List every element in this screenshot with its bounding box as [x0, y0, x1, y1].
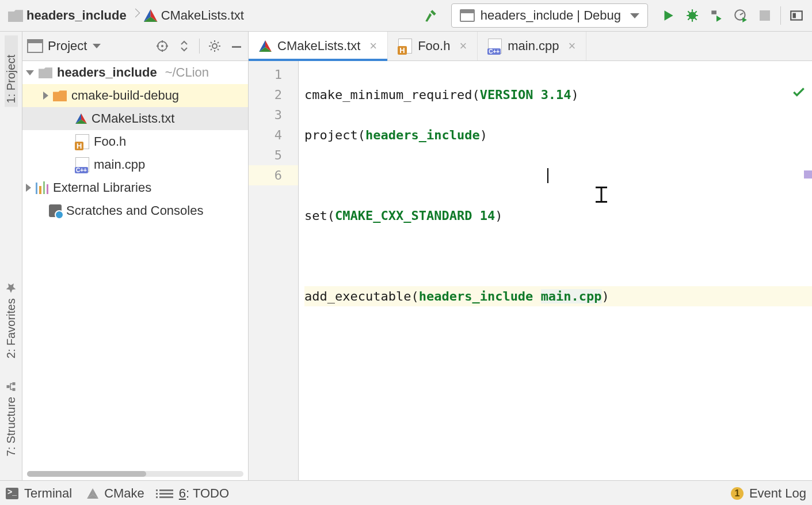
header-separator — [199, 39, 200, 54]
breadcrumb-separator-icon — [132, 10, 138, 21]
cmake-icon — [259, 40, 272, 52]
editor-tab-cmakelists[interactable]: CMakeLists.txt × — [249, 32, 388, 60]
run-configuration-selector[interactable]: headers_include | Debug — [451, 3, 648, 28]
code-token: add_executable — [304, 289, 411, 303]
project-tab-icon — [5, 39, 17, 50]
tree-node-label: CMakeLists.txt — [92, 111, 174, 126]
expand-arrow-icon[interactable] — [43, 92, 48, 100]
side-tab-project[interactable]: 1: Project — [5, 35, 18, 107]
svg-point-9 — [212, 44, 217, 48]
tree-node-project-root[interactable]: headers_include ~/CLion — [22, 61, 248, 84]
project-tree[interactable]: headers_include ~/CLion cmake-build-debu… — [22, 61, 248, 480]
scrollbar-thumb[interactable] — [27, 471, 146, 477]
gutter-line-number: 6 — [249, 165, 298, 185]
side-tab-structure[interactable]: 7: Structure — [5, 377, 18, 460]
expand-arrow-icon[interactable] — [26, 70, 34, 75]
cpp-file-icon — [75, 157, 89, 172]
folder-icon — [53, 90, 67, 101]
tree-node-scratches[interactable]: Scratches and Consoles — [22, 199, 248, 222]
tool-tab-cmake[interactable]: CMake — [87, 486, 144, 501]
debug-button[interactable] — [680, 3, 704, 28]
editor-area: CMakeLists.txt × Foo.h × main.cpp × 1 2 … — [249, 32, 812, 480]
svg-rect-10 — [232, 46, 241, 48]
status-item-label: 6: TODO — [179, 486, 229, 501]
editor-tab-foo-h[interactable]: Foo.h × — [388, 32, 478, 60]
editor-tab-label: CMakeLists.txt — [277, 39, 360, 54]
text-caret — [547, 168, 548, 183]
run-button[interactable] — [656, 3, 680, 28]
profile-button[interactable] — [729, 3, 753, 28]
search-everywhere-button[interactable] — [784, 3, 809, 28]
tree-node-path-hint: ~/CLion — [165, 65, 209, 80]
project-view-label: Project — [48, 39, 87, 54]
project-view-icon — [27, 39, 43, 53]
run-configuration-label: headers_include | Debug — [481, 8, 621, 23]
dropdown-arrow-icon — [93, 44, 101, 48]
run-with-coverage-button[interactable] — [704, 3, 729, 28]
status-item-label: Terminal — [24, 486, 72, 501]
status-item-label: Event Log — [749, 486, 806, 501]
gutter-line-number: 5 — [249, 145, 298, 165]
side-tab-project-label: 1: Project — [5, 55, 18, 103]
tree-node-main-cpp[interactable]: main.cpp — [22, 153, 248, 176]
svg-rect-4 — [13, 388, 16, 390]
code-editor[interactable]: cmake_minimum_required(VERSION 3.14) pro… — [299, 61, 812, 480]
project-horizontal-scrollbar[interactable] — [27, 471, 243, 477]
terminal-icon — [6, 488, 18, 499]
code-token: 14 — [480, 208, 495, 223]
tool-window-settings-button[interactable] — [208, 39, 222, 53]
code-token: CMAKE_CXX_STANDARD — [335, 208, 472, 223]
tree-node-label: Foo.h — [94, 134, 126, 149]
event-log-button[interactable]: 1 Event Log — [731, 486, 806, 501]
svg-rect-5 — [13, 382, 16, 385]
cmake-icon — [87, 488, 98, 499]
breadcrumb-project[interactable]: headers_include — [26, 8, 127, 23]
editor-gutter[interactable]: 1 2 3 4 5 6 — [249, 61, 299, 480]
tree-node-cmakelists[interactable]: CMakeLists.txt — [22, 107, 248, 130]
side-tab-favorites-label: 2: Favorites — [5, 298, 18, 358]
project-tool-header: Project — [22, 32, 248, 61]
breadcrumb-file[interactable]: CMakeLists.txt — [161, 8, 244, 23]
editor-tab-label: main.cpp — [508, 39, 559, 54]
libraries-icon — [36, 181, 48, 194]
close-tab-button[interactable]: × — [459, 40, 467, 52]
tree-node-foo-h[interactable]: Foo.h — [22, 130, 248, 153]
tool-tab-todo[interactable]: 6: TODO — [159, 486, 229, 501]
tree-node-external-libraries[interactable]: External Libraries — [22, 176, 248, 199]
tree-node-build-dir[interactable]: cmake-build-debug — [22, 84, 248, 107]
build-button[interactable] — [419, 3, 443, 28]
project-tool-window: Project — [22, 32, 249, 480]
code-token: project — [304, 128, 358, 142]
tree-node-label: cmake-build-debug — [71, 88, 179, 103]
code-token: main.cpp — [541, 289, 602, 303]
close-tab-button[interactable]: × — [369, 40, 377, 52]
error-stripe-marker[interactable] — [804, 170, 812, 179]
structure-icon — [5, 381, 17, 392]
expand-arrow-icon[interactable] — [26, 184, 31, 192]
code-token: cmake_minimum_required — [304, 88, 472, 102]
editor-tab-main-cpp[interactable]: main.cpp × — [478, 32, 586, 60]
locate-file-button[interactable] — [155, 39, 169, 53]
ibeam-mouse-cursor-icon — [596, 187, 607, 203]
project-view-selector[interactable]: Project — [27, 39, 101, 54]
tool-tab-terminal[interactable]: Terminal — [6, 486, 72, 501]
side-tab-favorites[interactable]: 2: Favorites — [5, 279, 18, 362]
folder-icon — [8, 9, 23, 22]
svg-rect-6 — [7, 385, 10, 388]
toolbar-separator — [780, 6, 781, 25]
tree-node-label: External Libraries — [53, 180, 151, 195]
gutter-line-number: 1 — [249, 64, 298, 85]
expand-all-button[interactable] — [177, 39, 191, 53]
cmake-icon — [144, 9, 158, 22]
header-file-icon — [75, 134, 89, 149]
tree-node-label: Scratches and Consoles — [66, 203, 203, 218]
application-icon — [460, 9, 475, 22]
close-tab-button[interactable]: × — [569, 40, 576, 52]
hide-tool-window-button[interactable] — [230, 39, 243, 53]
analysis-ok-icon[interactable] — [715, 64, 806, 126]
stop-button[interactable] — [753, 3, 777, 28]
list-icon — [159, 489, 173, 498]
cpp-file-icon — [488, 39, 502, 54]
editor-body: 1 2 3 4 5 6 cmake_minimum_required(VERSI… — [249, 61, 812, 480]
svg-rect-3 — [793, 13, 796, 18]
